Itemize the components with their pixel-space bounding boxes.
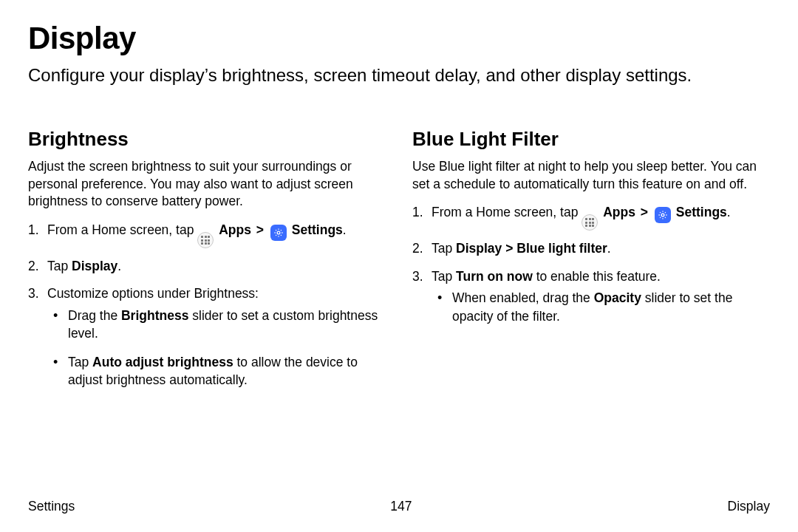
apps-icon xyxy=(582,214,598,231)
brightness-steps: From a Home screen, tap Apps > Settings.… xyxy=(28,221,386,389)
bullet-pre: Tap xyxy=(68,355,92,369)
settings-icon xyxy=(270,225,287,241)
svg-point-0 xyxy=(277,231,280,234)
step-bold: Display > Blue light filter xyxy=(456,241,607,256)
svg-point-1 xyxy=(661,214,664,217)
settings-label: Settings xyxy=(292,222,343,237)
chevron-icon: > xyxy=(255,222,265,237)
apps-label: Apps xyxy=(219,222,251,237)
bluelight-heading: Blue Light Filter xyxy=(412,128,770,151)
step-bold: Turn on now xyxy=(456,269,533,284)
bluelight-section: Blue Light Filter Use Blue light filter … xyxy=(412,128,770,400)
step-bold: Display xyxy=(72,259,117,273)
columns: Brightness Adjust the screen brightness … xyxy=(28,128,770,400)
bluelight-steps: From a Home screen, tap Apps > Settings.… xyxy=(412,203,770,325)
apps-icon xyxy=(197,232,214,248)
page-intro: Configure your display’s brightness, scr… xyxy=(28,64,767,86)
brightness-heading: Brightness xyxy=(28,128,386,151)
brightness-bullets: Drag the Brightness slider to set a cust… xyxy=(47,307,386,389)
bullet-pre: Drag the xyxy=(68,308,121,323)
brightness-step-3: Customize options under Brightness: Drag… xyxy=(28,284,386,389)
bluelight-step-1: From a Home screen, tap Apps > Settings. xyxy=(412,203,770,231)
step-text: From a Home screen, tap xyxy=(432,205,582,219)
bluelight-paragraph: Use Blue light filter at night to help y… xyxy=(412,158,770,193)
step-post: . xyxy=(117,259,121,273)
brightness-step-2: Tap Display. xyxy=(28,257,386,276)
step-text: Tap xyxy=(432,241,456,256)
page: Display Configure your display’s brightn… xyxy=(0,0,798,532)
brightness-bullet-2: Tap Auto adjust brightness to allow the … xyxy=(47,353,386,389)
footer: Settings 147 Display xyxy=(28,499,770,514)
apps-label: Apps xyxy=(603,205,635,219)
bluelight-bullets: When enabled, drag the Opacity slider to… xyxy=(432,289,770,325)
step-text: Tap xyxy=(432,269,456,284)
step-post: . xyxy=(607,241,611,256)
step-post: to enable this feature. xyxy=(533,269,661,284)
step-text: Customize options under Brightness: xyxy=(47,286,259,301)
bullet-bold: Brightness xyxy=(121,308,188,323)
bullet-bold: Opacity xyxy=(594,290,641,305)
chevron-icon: > xyxy=(639,205,649,219)
page-title: Display xyxy=(28,21,770,56)
brightness-step-1: From a Home screen, tap Apps > Settings. xyxy=(28,221,386,248)
brightness-bullet-1: Drag the Brightness slider to set a cust… xyxy=(47,307,386,343)
footer-left: Settings xyxy=(28,499,75,514)
brightness-paragraph: Adjust the screen brightness to suit you… xyxy=(28,158,386,211)
step-punct: . xyxy=(343,222,347,237)
step-text: Tap xyxy=(47,259,72,273)
settings-icon xyxy=(655,207,671,223)
bluelight-step-3: Tap Turn on now to enable this feature. … xyxy=(412,267,770,325)
brightness-section: Brightness Adjust the screen brightness … xyxy=(28,128,386,400)
bullet-bold: Auto adjust brightness xyxy=(92,355,233,369)
step-text: From a Home screen, tap xyxy=(47,222,197,237)
footer-right: Display xyxy=(728,499,770,514)
bluelight-step-2: Tap Display > Blue light filter. xyxy=(412,239,770,258)
step-punct: . xyxy=(727,205,731,219)
page-number: 147 xyxy=(390,499,412,514)
settings-label: Settings xyxy=(676,205,727,219)
bullet-pre: When enabled, drag the xyxy=(452,290,594,305)
bluelight-bullet-1: When enabled, drag the Opacity slider to… xyxy=(432,289,770,325)
